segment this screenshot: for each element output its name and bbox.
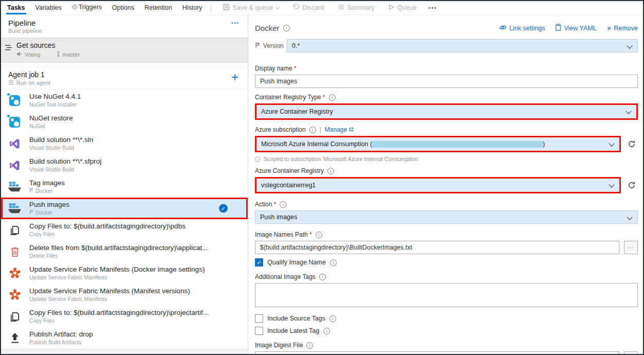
list-icon (338, 4, 344, 11)
image-digest-file-input[interactable] (255, 351, 619, 354)
sidebar-footer (1, 349, 248, 355)
task-row-publish-artifact[interactable]: Publish Artifact: dropPublish Build Arti… (1, 327, 248, 349)
add-task-button[interactable]: + (231, 71, 238, 83)
pipeline-title: Pipeline (8, 19, 241, 27)
get-sources-icon (5, 44, 12, 53)
selected-check-icon: ✓ (219, 204, 228, 213)
qualify-image-name-checkbox[interactable]: ✓ (255, 258, 263, 267)
browse-file-button[interactable]: ··· (624, 241, 638, 254)
tab-triggers[interactable]: Triggers (67, 1, 107, 14)
task-row-copy-pdbs[interactable]: Copy Files to: $(build.artifactstagingdi… (1, 219, 248, 241)
view-yaml-button[interactable]: View YAML (555, 24, 596, 32)
action-label: Action (255, 201, 276, 208)
task-row-use-nuget[interactable]: Use NuGet 4.4.1NuGet Tool Installer (1, 90, 248, 111)
info-icon[interactable]: i (319, 274, 326, 280)
toolbar-divider (211, 4, 211, 12)
agent-job-subtitle: Run on agent (8, 80, 241, 86)
tab-options[interactable]: Options (107, 2, 139, 14)
version-label: Version (263, 42, 284, 49)
tab-tasks[interactable]: Tasks (2, 2, 30, 14)
task-row-build-sln[interactable]: Build solution **\*.slnVisual Studio Bui… (1, 133, 248, 154)
action-dropdown[interactable]: Push images (255, 210, 638, 224)
chevron-down-icon (275, 5, 280, 9)
additional-image-tags-input[interactable] (255, 283, 638, 307)
display-name-input[interactable] (255, 75, 638, 88)
info-icon[interactable]: i (316, 232, 322, 238)
version-dropdown[interactable]: 0.* (287, 39, 638, 52)
get-sources-row[interactable]: Get sources Voting master (1, 38, 248, 63)
refresh-subscription-button[interactable] (625, 138, 638, 150)
info-icon: i (255, 156, 261, 162)
link-icon (499, 24, 507, 32)
image-digest-file-label: Image Digest File (255, 342, 303, 349)
image-names-path-input[interactable] (255, 241, 619, 254)
tab-retention[interactable]: Retention (139, 2, 177, 14)
registry-type-dropdown[interactable]: Azure Container Registry (256, 105, 636, 118)
remove-task-button[interactable]: × Remove (607, 24, 638, 32)
qualify-image-name-label: Qualify Image Name (267, 259, 326, 266)
nuget-icon (8, 115, 22, 129)
registry-type-label: Container Registry Type (255, 94, 325, 101)
info-icon[interactable]: i (329, 94, 336, 101)
task-row-copy-projectartifacts[interactable]: Copy Files to: $(build.artifactstagingdi… (1, 306, 248, 327)
play-icon (388, 4, 394, 12)
nuget-icon (8, 94, 22, 107)
include-latest-tag-label: Include Latest Tag (267, 327, 319, 334)
service-fabric-icon (8, 267, 22, 280)
docker-icon (8, 202, 22, 215)
info-icon[interactable]: i (330, 259, 337, 266)
task-config-panel: Docker i Link settings View YAML × Remov… (248, 15, 643, 354)
top-toolbar: Tasks Variables Triggers Options Retenti… (1, 1, 643, 15)
summary-button[interactable]: Summary (331, 4, 381, 11)
agent-job-title: Agent job 1 (8, 70, 241, 79)
queue-button[interactable]: Queue (381, 4, 424, 12)
refresh-acr-button[interactable] (625, 179, 638, 191)
annotation-highlight-box: Microsoft Azure Internal Consumption () (255, 136, 621, 152)
task-row-update-sf-docker[interactable]: Update Service Fabric Manifests (Docker … (1, 262, 248, 284)
save-and-queue-button[interactable]: Save & queue (216, 4, 286, 12)
annotation-highlight-box: Azure Container Registry (255, 103, 638, 120)
toolbar-more-button[interactable]: ••• (424, 5, 443, 11)
info-icon[interactable]: i (283, 25, 290, 31)
redacted-subscription-id (372, 141, 543, 148)
subscription-label: Azure subscription (255, 126, 306, 133)
label-divider: | (320, 126, 321, 133)
info-icon[interactable]: i (323, 328, 330, 334)
browse-file-button[interactable]: ··· (624, 351, 638, 354)
task-row-tag-images[interactable]: Tag imagesDocker (1, 176, 248, 198)
info-icon[interactable]: i (327, 168, 334, 174)
subscription-dropdown[interactable]: Microsoft Azure Internal Consumption () (256, 137, 619, 151)
info-icon[interactable]: i (306, 342, 313, 349)
discard-button[interactable]: Discard (286, 4, 330, 12)
drag-handle[interactable] (234, 204, 240, 214)
info-icon[interactable]: i (280, 201, 286, 208)
task-row-delete-files[interactable]: Delete files from $(build.artifactstagin… (1, 241, 248, 262)
image-names-path-label: Image Names Path (255, 231, 312, 238)
task-row-nuget-restore[interactable]: NuGet restoreNuGet (1, 111, 248, 133)
info-icon[interactable]: i (329, 315, 336, 322)
visual-studio-icon (8, 137, 22, 150)
task-row-update-sf-versions[interactable]: Update Service Fabric Manifests (Manifes… (1, 284, 248, 306)
save-icon (223, 4, 230, 12)
include-latest-tag-checkbox[interactable] (255, 327, 263, 335)
pipeline-more-button[interactable]: ••• (232, 21, 240, 26)
pipeline-header[interactable]: Pipeline Build pipeline ••• (1, 15, 248, 38)
publish-artifact-icon (8, 331, 22, 345)
pipeline-sidebar: Pipeline Build pipeline ••• Get sources … (1, 15, 248, 354)
task-list: Use NuGet 4.4.1NuGet Tool Installer NuGe… (1, 90, 248, 349)
tab-history[interactable]: History (177, 2, 208, 14)
task-row-push-images[interactable]: Push imagesDocker ✓ (1, 198, 248, 219)
info-icon[interactable]: i (309, 127, 316, 133)
get-sources-title: Get sources (16, 41, 241, 49)
task-row-build-sfproj[interactable]: Build solution **\*.sfprojVisual Studio … (1, 154, 248, 176)
close-icon: × (607, 24, 612, 32)
link-settings-button[interactable]: Link settings (499, 24, 545, 32)
include-source-tags-checkbox[interactable] (255, 314, 263, 323)
repo-icon (16, 51, 23, 58)
agent-job-row[interactable]: Agent job 1 Run on agent + (1, 66, 248, 90)
manage-link[interactable]: Manage (325, 126, 354, 133)
acr-dropdown[interactable]: vstegcontainerreg1 (256, 179, 619, 192)
acr-label: Azure Container Registry (255, 167, 324, 174)
panel-title: Docker (255, 24, 280, 32)
tab-variables[interactable]: Variables (30, 2, 67, 14)
